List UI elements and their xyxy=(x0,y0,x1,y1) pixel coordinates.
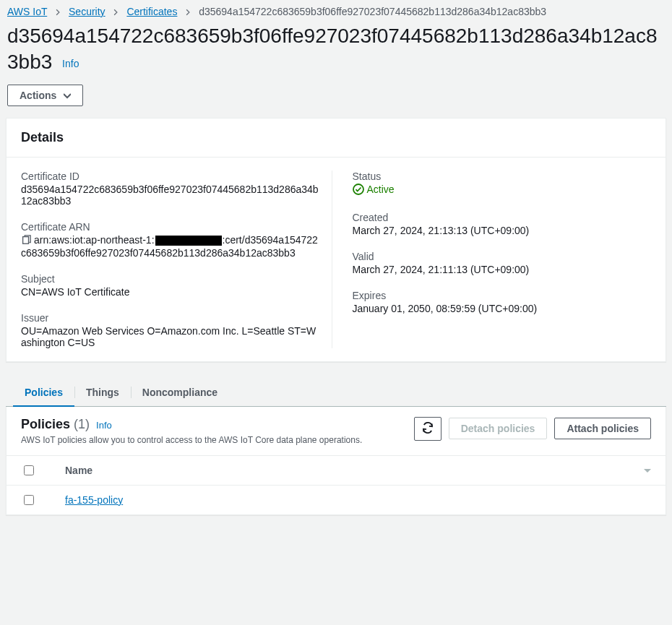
copy-icon[interactable] xyxy=(21,235,31,247)
chevron-right-icon xyxy=(184,6,191,17)
cert-id-label: Certificate ID xyxy=(21,171,320,182)
subject-label: Subject xyxy=(21,273,320,285)
svg-rect-0 xyxy=(23,236,29,243)
cert-id-value: d35694a154722c683659b3f06ffe927023f07445… xyxy=(21,184,320,207)
tab-things[interactable]: Things xyxy=(74,379,131,407)
crumb-security[interactable]: Security xyxy=(69,6,105,17)
chevron-right-icon xyxy=(54,6,61,17)
actions-button[interactable]: Actions xyxy=(7,85,83,106)
detach-policies-button[interactable]: Detach policies xyxy=(449,418,548,439)
select-all-checkbox[interactable] xyxy=(24,465,34,475)
crumb-certificates[interactable]: Certificates xyxy=(126,6,177,17)
caret-down-icon xyxy=(64,90,71,101)
crumb-current: d35694a154722c683659b3f06ffe927023f07445… xyxy=(199,6,546,17)
status-badge: Active xyxy=(353,184,395,195)
details-panel-title: Details xyxy=(7,118,665,158)
chevron-right-icon xyxy=(112,6,119,17)
details-panel: Details Certificate ID d35694a154722c683… xyxy=(6,118,666,362)
tab-noncompliance[interactable]: Noncompliance xyxy=(131,379,229,407)
column-name[interactable]: Name xyxy=(51,455,665,485)
tabs: Policies Things Noncompliance xyxy=(6,379,666,407)
policies-count: (1) xyxy=(74,417,90,431)
info-link[interactable]: Info xyxy=(62,58,79,69)
row-checkbox[interactable] xyxy=(24,495,34,505)
policies-info-link[interactable]: Info xyxy=(96,420,112,431)
details-right-column: Status Active Created March 27, 2024, 21… xyxy=(332,171,652,348)
created-label: Created xyxy=(353,212,652,223)
table-row: fa-155-policy xyxy=(7,485,665,514)
issuer-label: Issuer xyxy=(21,312,320,324)
cert-arn-value: arn:aws:iot:ap-northeast-1::cert/d35694a… xyxy=(21,234,320,259)
policies-title: Policies (1) xyxy=(21,417,93,431)
sort-icon xyxy=(644,465,651,476)
valid-label: Valid xyxy=(353,251,652,262)
cert-arn-label: Certificate ARN xyxy=(21,221,320,233)
issuer-value: OU=Amazon Web Services O=Amazon.com Inc.… xyxy=(21,325,320,348)
refresh-icon xyxy=(422,422,434,434)
refresh-button[interactable] xyxy=(414,417,441,441)
redacted-block xyxy=(155,236,222,246)
valid-value: March 27, 2024, 21:11:13 (UTC+09:00) xyxy=(353,264,652,275)
page-title: d35694a154722c683659b3f06ffe927023f07445… xyxy=(7,23,665,76)
breadcrumb: AWS IoT Security Certificates d35694a154… xyxy=(0,0,672,20)
attach-policies-button[interactable]: Attach policies xyxy=(554,418,651,439)
subject-value: CN=AWS IoT Certificate xyxy=(21,286,320,298)
check-circle-icon xyxy=(353,184,364,195)
crumb-aws-iot[interactable]: AWS IoT xyxy=(7,6,47,17)
policies-table: Name fa-155-policy xyxy=(7,455,665,514)
expires-value: January 01, 2050, 08:59:59 (UTC+09:00) xyxy=(353,303,652,314)
created-value: March 27, 2024, 21:13:13 (UTC+09:00) xyxy=(353,225,652,236)
details-left-column: Certificate ID d35694a154722c683659b3f06… xyxy=(21,171,320,348)
tab-policies[interactable]: Policies xyxy=(13,379,74,407)
status-label: Status xyxy=(353,171,652,182)
policies-panel: Policies (1) Info AWS IoT policies allow… xyxy=(6,407,666,515)
policies-description: AWS IoT policies allow you to control ac… xyxy=(21,435,362,445)
policy-link[interactable]: fa-155-policy xyxy=(65,494,123,506)
expires-label: Expires xyxy=(353,290,652,301)
